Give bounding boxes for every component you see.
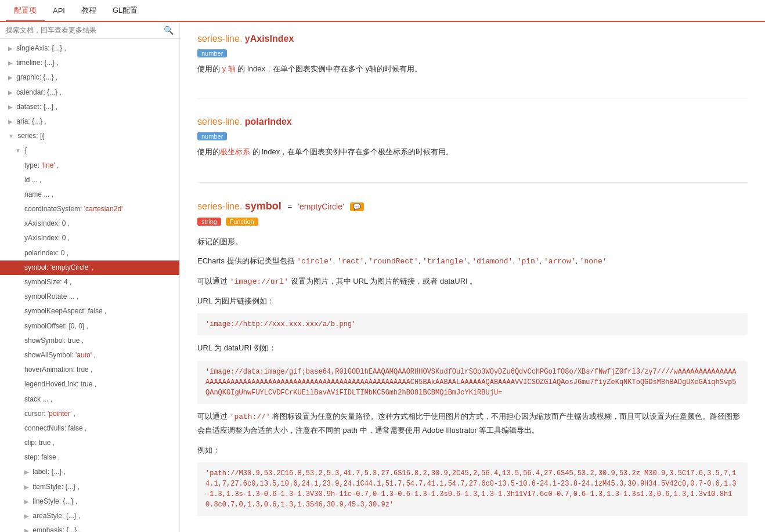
sidebar-item-label[interactable]: ▶ label: {...} , [0, 465, 179, 479]
type-badge-function: Function [226, 218, 258, 226]
symbol-desc-1: 标记的图形。 [197, 235, 748, 248]
arrow-icon: ▶ [8, 118, 13, 125]
type-badge-number-polar: number [197, 132, 227, 140]
code-block-path: 'path://M30.9,53.2C16.8,53.2,5.3,41.7,5.… [197, 462, 748, 516]
section-title-symbol: series-line. symbol = 'emptyCircle' 💬 [197, 200, 748, 212]
search-input[interactable] [6, 26, 160, 34]
sidebar-item-showallsymbol[interactable]: showAllSymbol: 'auto' , [0, 348, 179, 363]
arrow-icon: ▶ [8, 60, 13, 66]
section-title-polarindex: series-line. polarIndex [197, 117, 748, 127]
sidebar-tree: ▶ singleAxis: {...} , ▶ timeline: {...} … [0, 39, 179, 532]
symbol-desc-4: URL 为图片链接例如： [197, 294, 748, 307]
sidebar-item-calendar[interactable]: ▶ calendar: {...} , [0, 85, 179, 100]
sidebar-item-itemstyle[interactable]: ▶ itemStyle: {...} , [0, 480, 179, 494]
sidebar-item-cursor[interactable]: cursor: 'pointer' , [0, 407, 179, 421]
sidebar-item-polarindex[interactable]: polarIndex: 0 , [0, 246, 179, 260]
sidebar-item-symbolrotate[interactable]: symbolRotate ... , [0, 289, 179, 304]
sidebar-item-legendhoverlink[interactable]: legendHoverLink: true , [0, 377, 179, 392]
sidebar-item-id[interactable]: id ... , [0, 173, 179, 187]
arrow-icon: ▼ [8, 133, 14, 139]
arrow-icon: ▶ [24, 498, 29, 505]
sidebar-item-connectnulls[interactable]: connectNulls: false , [0, 421, 179, 436]
sidebar-item-linestyle[interactable]: ▶ lineStyle: {...} , [0, 494, 179, 509]
nav-item-gl[interactable]: GL配置 [104, 1, 146, 20]
arrow-icon: ▶ [24, 513, 29, 519]
y-axis-link[interactable]: y 轴 [222, 64, 236, 73]
code-block-datauri: 'image://data:image/gif;base64,R0lGODlhE… [197, 361, 748, 404]
search-icon[interactable]: 🔍 [164, 26, 174, 35]
type-badge-number: number [197, 49, 227, 57]
section-polarindex: series-line. polarIndex number 使用的极坐标系 的… [197, 117, 748, 158]
nav-item-tutorial[interactable]: 教程 [73, 1, 104, 20]
sidebar-item-type[interactable]: type: 'line' , [0, 158, 179, 173]
type-badge-string: string [197, 218, 221, 226]
symbol-desc-5: URL 为 dataURI 例如： [197, 341, 748, 354]
top-nav: 配置项 API 教程 GL配置 [0, 0, 765, 22]
symbol-desc-7: 例如： [197, 443, 748, 457]
sidebar-item-areastyle[interactable]: ▶ areaStyle: {...} , [0, 509, 179, 523]
sidebar-item-stack[interactable]: stack ... , [0, 392, 179, 407]
sidebar-item-timeline[interactable]: ▶ timeline: {...} , [0, 56, 179, 70]
sidebar: 🔍 ▶ singleAxis: {...} , ▶ timeline: {...… [0, 22, 180, 532]
sidebar-item-series-open[interactable]: ▼ { [0, 143, 179, 158]
arrow-icon: ▶ [24, 484, 29, 490]
arrow-icon: ▶ [24, 527, 29, 532]
main-layout: 🔍 ▶ singleAxis: {...} , ▶ timeline: {...… [0, 22, 765, 532]
symbol-desc-2: ECharts 提供的标记类型包括 'circle', 'rect', 'rou… [197, 254, 748, 268]
sidebar-item-hoveranimation[interactable]: hoverAnimation: true , [0, 363, 179, 377]
sidebar-item-aria[interactable]: ▶ aria: {...} , [0, 114, 179, 129]
symbol-desc-6: 可以通过 'path://' 将图标设置为任意的矢量路径。这种方式相比于使用图片… [197, 410, 748, 437]
arrow-icon: ▶ [24, 469, 29, 475]
sidebar-item-yaxisindex[interactable]: yAxisIndex: 0 , [0, 231, 179, 245]
section-yaxisindex: series-line. yAxisIndex number 使用的 y 轴 的… [197, 34, 748, 75]
sidebar-item-graphic[interactable]: ▶ graphic: {...} , [0, 70, 179, 85]
arrow-icon: ▶ [8, 45, 13, 52]
divider-1 [197, 99, 748, 99]
section-symbol: series-line. symbol = 'emptyCircle' 💬 st… [197, 200, 748, 516]
sidebar-item-symboloffset[interactable]: symbolOffset: [0, 0] , [0, 319, 179, 334]
sidebar-item-name[interactable]: name ... , [0, 187, 179, 202]
sidebar-item-clip[interactable]: clip: true , [0, 436, 179, 450]
code-block-image-url: 'image://http://xxx.xxx.xxx/a/b.png' [197, 313, 748, 335]
arrow-icon: ▶ [8, 104, 13, 110]
section-title-yaxisindex: series-line. yAxisIndex [197, 34, 748, 44]
arrow-icon: ▶ [8, 89, 13, 96]
sidebar-item-xaxisindex[interactable]: xAxisIndex: 0 , [0, 216, 179, 231]
sidebar-item-coordinatesystem[interactable]: coordinateSystem: 'cartesian2d' [0, 202, 179, 216]
sidebar-item-symbolsize[interactable]: symbolSize: 4 , [0, 275, 179, 289]
search-bar: 🔍 [0, 22, 179, 39]
chat-icon[interactable]: 💬 [350, 202, 364, 211]
polar-link[interactable]: 极坐标系 [220, 147, 250, 156]
symbol-desc-3: 可以通过 'image://url' 设置为图片，其中 URL 为图片的链接，或… [197, 274, 748, 288]
nav-item-api[interactable]: API [45, 2, 73, 20]
sidebar-item-symbolkeepaspect[interactable]: symbolKeepAspect: false , [0, 304, 179, 319]
sidebar-item-emphasis[interactable]: ▶ emphasis: {...} , [0, 523, 179, 532]
sidebar-item-series[interactable]: ▼ series: [{ [0, 129, 179, 143]
nav-item-config[interactable]: 配置项 [6, 1, 45, 21]
divider-2 [197, 182, 748, 183]
polarindex-desc: 使用的极坐标系 的 index，在单个图表实例中存在多个极坐标系的时候有用。 [197, 145, 748, 158]
sidebar-item-symbol[interactable]: symbol: 'emptyCircle' , [0, 260, 179, 275]
arrow-icon: ▶ [8, 74, 13, 81]
main-content: series-line. yAxisIndex number 使用的 y 轴 的… [180, 22, 765, 532]
sidebar-item-dataset[interactable]: ▶ dataset: {...} , [0, 100, 179, 114]
yaxisindex-desc: 使用的 y 轴 的 index，在单个图表实例中存在多个 y轴的时候有用。 [197, 62, 748, 75]
sidebar-item-singleaxis[interactable]: ▶ singleAxis: {...} , [0, 41, 179, 56]
sidebar-item-showsymbol[interactable]: showSymbol: true , [0, 334, 179, 348]
sidebar-item-step[interactable]: step: false , [0, 450, 179, 465]
arrow-icon: ▼ [15, 147, 21, 154]
